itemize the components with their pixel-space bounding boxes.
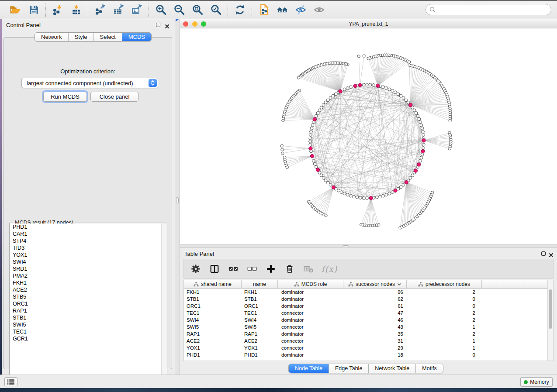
cell-name: TEC1 <box>242 309 278 316</box>
delete-column-icon[interactable] <box>284 263 295 275</box>
table-row[interactable]: SWI5SWI5connector431 <box>184 323 547 330</box>
zoom-fit-icon[interactable] <box>191 4 204 16</box>
network-canvas[interactable] <box>180 28 557 244</box>
share-document-icon[interactable] <box>258 4 270 16</box>
result-list-item[interactable]: TID3 <box>10 244 162 251</box>
toolbar-group-0 <box>3 4 45 16</box>
table-row[interactable]: ACE2ACE2connector311 <box>184 337 547 344</box>
column-header-MCDS-role[interactable]: MCDS role <box>278 280 343 288</box>
result-list-item[interactable]: YOX1 <box>10 251 162 258</box>
network-home-icon[interactable] <box>276 4 288 16</box>
tab-motifs[interactable]: Motifs <box>416 364 443 373</box>
column-header-successor-nodes[interactable]: successor nodes <box>343 280 407 288</box>
splitter-collapse-arrow-icon[interactable] <box>176 19 179 22</box>
column-header-filler <box>482 280 547 288</box>
cell-predecessor-nodes: 2 <box>407 330 482 337</box>
cell-MCDS-role: dominator <box>278 351 343 358</box>
cell-successor-nodes: 62 <box>343 296 407 303</box>
zoom-selected-icon[interactable] <box>210 4 222 16</box>
add-column-icon[interactable] <box>265 263 277 275</box>
export-network-icon[interactable] <box>94 4 106 16</box>
result-list-item[interactable]: RAP1 <box>10 307 162 314</box>
show-all-icon[interactable] <box>313 4 325 16</box>
tab-mcds[interactable]: MCDS <box>122 33 151 41</box>
result-list-item[interactable]: PMA2 <box>10 272 162 279</box>
result-list-item[interactable]: CAR1 <box>10 230 162 237</box>
table-row[interactable]: RAP1RAP1dominator352 <box>184 330 547 337</box>
cell-name: SWI4 <box>242 316 278 323</box>
float-table-panel-icon[interactable] <box>541 251 546 256</box>
toolbar-group-1 <box>46 4 88 16</box>
cell-successor-nodes: 47 <box>343 309 407 316</box>
import-network-icon[interactable] <box>52 4 64 16</box>
result-list-item[interactable]: GCR1 <box>10 335 162 342</box>
result-list-item[interactable]: SWI5 <box>10 321 162 328</box>
export-image-icon[interactable] <box>131 4 143 16</box>
result-list-item[interactable]: SRD1 <box>10 265 162 272</box>
tab-style[interactable]: Style <box>69 33 94 41</box>
table-row[interactable]: YOX1YOX1connector291 <box>184 344 547 351</box>
tab-edge-table[interactable]: Edge Table <box>329 364 369 373</box>
tab-node-table[interactable]: Node Table <box>289 364 329 373</box>
result-list-item[interactable]: FKH1 <box>10 279 162 286</box>
result-list-item[interactable]: STP4 <box>10 237 162 244</box>
tab-select[interactable]: Select <box>94 33 122 41</box>
refresh-view-icon[interactable] <box>234 4 246 16</box>
vertical-splitter-grip[interactable] <box>176 197 179 203</box>
column-header-name[interactable]: name <box>242 280 278 288</box>
result-list-item[interactable]: ACE2 <box>10 286 162 293</box>
result-list-item[interactable]: TEC1 <box>10 328 162 335</box>
cell-predecessor-nodes: 2 <box>407 289 482 296</box>
result-list-item[interactable]: ORC1 <box>10 300 162 307</box>
cell-predecessor-nodes: 0 <box>407 351 482 358</box>
zoom-in-icon[interactable] <box>155 4 167 16</box>
export-table-icon[interactable] <box>112 4 125 16</box>
import-table-icon[interactable] <box>70 4 82 16</box>
tab-network[interactable]: Network <box>35 33 69 41</box>
cell-successor-nodes: 29 <box>343 344 407 351</box>
horizontal-splitter-grip[interactable] <box>343 245 349 247</box>
table-row[interactable]: STB1STB1dominator620 <box>184 296 547 303</box>
table-row[interactable]: SWI4SWI4dominator462 <box>184 316 547 323</box>
column-layout-icon[interactable] <box>209 263 220 275</box>
tab-network-table[interactable]: Network Table <box>369 364 416 373</box>
table-toolbar: f(x) <box>183 259 554 279</box>
float-panel-icon[interactable] <box>156 23 160 27</box>
close-panel-button[interactable]: Close panel <box>90 92 138 102</box>
column-header-predecessor-nodes[interactable]: predecessor nodes <box>407 280 482 288</box>
result-list-scrollbar[interactable] <box>161 224 166 382</box>
run-mcds-button[interactable]: Run MCDS <box>43 92 87 102</box>
column-header-shared-name[interactable]: shared name <box>184 280 242 288</box>
table-row[interactable]: PHD1PHD1dominator180 <box>184 351 547 358</box>
memory-button[interactable]: Memory <box>520 377 553 387</box>
table-scrollbar-thumb[interactable] <box>549 289 552 329</box>
criterion-dropdown-value: largest connected component (undirected) <box>27 80 133 86</box>
table-scrollbar[interactable] <box>547 280 553 361</box>
result-list-item[interactable]: STB5 <box>10 293 162 300</box>
table-panel-header: Table Panel <box>180 248 557 259</box>
close-table-panel-icon[interactable] <box>549 251 554 256</box>
panel-menu-button[interactable] <box>4 377 17 386</box>
close-panel-icon[interactable] <box>165 23 170 28</box>
cell-shared-name: ORC1 <box>184 303 242 309</box>
deselect-all-rows-icon[interactable] <box>246 263 258 275</box>
result-list-item[interactable]: STB1 <box>10 314 162 321</box>
result-list-item[interactable]: SWI4 <box>10 258 162 265</box>
cell-MCDS-role: dominator <box>278 316 343 323</box>
cell-shared-name: RAP1 <box>184 330 242 337</box>
vertical-splitter[interactable] <box>175 19 180 375</box>
hide-selected-icon[interactable] <box>294 4 307 16</box>
settings-gear-icon[interactable] <box>190 263 201 275</box>
table-row[interactable]: FKH1FKH1dominator962 <box>184 289 547 296</box>
search-input[interactable] <box>426 4 551 15</box>
horizontal-splitter[interactable] <box>180 244 557 248</box>
table-row[interactable]: TEC1TEC1connector472 <box>184 309 547 316</box>
select-all-rows-icon[interactable] <box>228 263 239 275</box>
criterion-dropdown[interactable]: largest connected component (undirected) <box>21 78 158 88</box>
table-row[interactable]: ORC1ORC1dominator610 <box>184 303 547 309</box>
mcds-result-list[interactable]: PHD1CAR1STP4TID3YOX1SWI4SRD1PMA2FKH1ACE2… <box>10 224 162 382</box>
open-session-icon[interactable] <box>9 4 21 16</box>
zoom-out-icon[interactable] <box>173 4 185 16</box>
result-list-item[interactable]: PHD1 <box>10 224 162 230</box>
save-session-icon[interactable] <box>28 4 40 16</box>
